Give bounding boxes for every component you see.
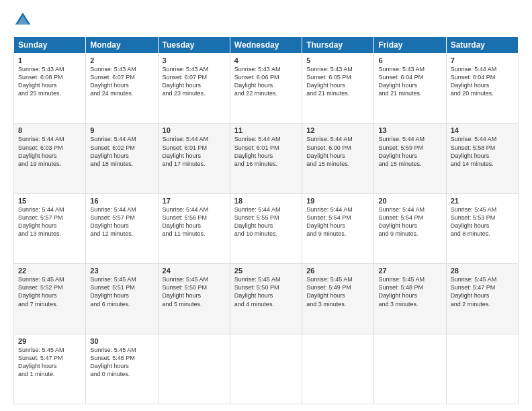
day-info: Sunrise: 5:43 AMSunset: 6:07 PMDaylight … [90, 65, 153, 98]
calendar-cell: 20Sunrise: 5:44 AMSunset: 5:54 PMDayligh… [374, 193, 446, 263]
day-number: 9 [90, 126, 153, 134]
day-info: Sunrise: 5:44 AMSunset: 6:03 PMDaylight … [18, 135, 81, 168]
calendar-cell: 18Sunrise: 5:44 AMSunset: 5:55 PMDayligh… [230, 193, 302, 263]
day-number: 4 [234, 56, 298, 64]
calendar-cell: 11Sunrise: 5:44 AMSunset: 6:01 PMDayligh… [230, 124, 302, 193]
day-info: Sunrise: 5:44 AMSunset: 6:01 PMDaylight … [234, 135, 298, 168]
day-info: Sunrise: 5:45 AMSunset: 5:47 PMDaylight … [451, 275, 514, 308]
calendar-cell: 25Sunrise: 5:45 AMSunset: 5:50 PMDayligh… [230, 264, 302, 334]
calendar-cell [158, 334, 230, 404]
calendar-cell: 4Sunrise: 5:43 AMSunset: 6:06 PMDaylight… [230, 54, 302, 124]
day-number: 12 [306, 126, 369, 134]
day-number: 28 [451, 267, 514, 275]
day-number: 14 [451, 126, 514, 134]
calendar-cell: 6Sunrise: 5:43 AMSunset: 6:04 PMDaylight… [374, 54, 446, 124]
day-info: Sunrise: 5:43 AMSunset: 6:04 PMDaylight … [378, 65, 441, 98]
day-number: 11 [234, 126, 298, 134]
weekday-header-cell: Saturday [446, 37, 518, 54]
day-info: Sunrise: 5:44 AMSunset: 5:55 PMDaylight … [234, 205, 298, 238]
day-info: Sunrise: 5:45 AMSunset: 5:47 PMDaylight … [18, 346, 81, 379]
day-info: Sunrise: 5:44 AMSunset: 6:02 PMDaylight … [90, 135, 153, 168]
calendar-cell: 26Sunrise: 5:45 AMSunset: 5:49 PMDayligh… [302, 264, 374, 334]
calendar-week-row: 8Sunrise: 5:44 AMSunset: 6:03 PMDaylight… [14, 124, 519, 193]
calendar-cell: 8Sunrise: 5:44 AMSunset: 6:03 PMDaylight… [14, 124, 86, 193]
calendar-cell: 9Sunrise: 5:44 AMSunset: 6:02 PMDaylight… [86, 124, 158, 193]
day-info: Sunrise: 5:43 AMSunset: 6:06 PMDaylight … [234, 65, 298, 98]
day-number: 7 [451, 56, 514, 64]
calendar-cell: 24Sunrise: 5:45 AMSunset: 5:50 PMDayligh… [158, 264, 230, 334]
day-info: Sunrise: 5:45 AMSunset: 5:48 PMDaylight … [378, 275, 441, 308]
calendar-cell: 16Sunrise: 5:44 AMSunset: 5:57 PMDayligh… [86, 193, 158, 263]
day-number: 19 [306, 197, 369, 205]
calendar-cell: 5Sunrise: 5:43 AMSunset: 6:05 PMDaylight… [302, 54, 374, 124]
day-info: Sunrise: 5:45 AMSunset: 5:49 PMDaylight … [306, 275, 369, 308]
day-info: Sunrise: 5:45 AMSunset: 5:50 PMDaylight … [234, 275, 298, 308]
page: SundayMondayTuesdayWednesdayThursdayFrid… [0, 0, 532, 411]
day-number: 29 [18, 337, 81, 345]
calendar-cell: 10Sunrise: 5:44 AMSunset: 6:01 PMDayligh… [158, 124, 230, 193]
day-number: 13 [378, 126, 441, 134]
day-number: 6 [378, 56, 441, 64]
calendar-body: 1Sunrise: 5:43 AMSunset: 6:08 PMDaylight… [14, 54, 519, 404]
day-number: 3 [163, 56, 226, 64]
day-number: 15 [18, 197, 81, 205]
calendar-cell: 19Sunrise: 5:44 AMSunset: 5:54 PMDayligh… [302, 193, 374, 263]
weekday-header-cell: Tuesday [158, 37, 230, 54]
calendar-cell: 1Sunrise: 5:43 AMSunset: 6:08 PMDaylight… [14, 54, 86, 124]
day-number: 17 [163, 197, 226, 205]
weekday-header-cell: Friday [374, 37, 446, 54]
header [13, 11, 519, 30]
calendar-cell: 14Sunrise: 5:44 AMSunset: 5:58 PMDayligh… [446, 124, 518, 193]
calendar-cell: 13Sunrise: 5:44 AMSunset: 5:59 PMDayligh… [374, 124, 446, 193]
day-number: 21 [451, 197, 514, 205]
calendar-week-row: 29Sunrise: 5:45 AMSunset: 5:47 PMDayligh… [14, 334, 519, 404]
day-number: 26 [306, 267, 369, 275]
day-info: Sunrise: 5:44 AMSunset: 6:04 PMDaylight … [451, 65, 514, 98]
day-number: 2 [90, 56, 153, 64]
calendar-cell: 29Sunrise: 5:45 AMSunset: 5:47 PMDayligh… [14, 334, 86, 404]
calendar-cell: 15Sunrise: 5:44 AMSunset: 5:57 PMDayligh… [14, 193, 86, 263]
calendar-cell: 22Sunrise: 5:45 AMSunset: 5:52 PMDayligh… [14, 264, 86, 334]
day-number: 1 [18, 56, 81, 64]
day-info: Sunrise: 5:44 AMSunset: 5:54 PMDaylight … [306, 205, 369, 238]
weekday-header-cell: Thursday [302, 37, 374, 54]
day-number: 24 [163, 267, 226, 275]
day-info: Sunrise: 5:44 AMSunset: 5:54 PMDaylight … [378, 205, 441, 238]
calendar-week-row: 15Sunrise: 5:44 AMSunset: 5:57 PMDayligh… [14, 193, 519, 263]
calendar-cell: 2Sunrise: 5:43 AMSunset: 6:07 PMDaylight… [86, 54, 158, 124]
calendar-week-row: 1Sunrise: 5:43 AMSunset: 6:08 PMDaylight… [14, 54, 519, 124]
calendar-cell: 30Sunrise: 5:45 AMSunset: 5:46 PMDayligh… [86, 334, 158, 404]
day-number: 8 [18, 126, 81, 134]
day-number: 10 [163, 126, 226, 134]
weekday-header-cell: Wednesday [230, 37, 302, 54]
calendar-cell: 3Sunrise: 5:43 AMSunset: 6:07 PMDaylight… [158, 54, 230, 124]
day-info: Sunrise: 5:44 AMSunset: 5:57 PMDaylight … [18, 205, 81, 238]
day-number: 20 [378, 197, 441, 205]
day-number: 22 [18, 267, 81, 275]
weekday-header-row: SundayMondayTuesdayWednesdayThursdayFrid… [14, 37, 519, 54]
calendar-cell: 12Sunrise: 5:44 AMSunset: 6:00 PMDayligh… [302, 124, 374, 193]
calendar-cell: 17Sunrise: 5:44 AMSunset: 5:56 PMDayligh… [158, 193, 230, 263]
day-info: Sunrise: 5:44 AMSunset: 5:56 PMDaylight … [163, 205, 226, 238]
day-info: Sunrise: 5:45 AMSunset: 5:52 PMDaylight … [18, 275, 81, 308]
calendar-cell: 7Sunrise: 5:44 AMSunset: 6:04 PMDaylight… [446, 54, 518, 124]
day-number: 25 [234, 267, 298, 275]
day-info: Sunrise: 5:45 AMSunset: 5:46 PMDaylight … [90, 346, 153, 379]
logo-icon [13, 11, 32, 30]
day-info: Sunrise: 5:43 AMSunset: 6:08 PMDaylight … [18, 65, 81, 98]
day-info: Sunrise: 5:44 AMSunset: 6:00 PMDaylight … [306, 135, 369, 168]
calendar-table: SundayMondayTuesdayWednesdayThursdayFrid… [13, 36, 519, 404]
calendar-cell: 23Sunrise: 5:45 AMSunset: 5:51 PMDayligh… [86, 264, 158, 334]
day-info: Sunrise: 5:45 AMSunset: 5:50 PMDaylight … [163, 275, 226, 308]
weekday-header-cell: Sunday [14, 37, 86, 54]
calendar-cell [446, 334, 518, 404]
calendar-cell [374, 334, 446, 404]
day-info: Sunrise: 5:44 AMSunset: 5:58 PMDaylight … [451, 135, 514, 168]
day-number: 23 [90, 267, 153, 275]
calendar-cell: 27Sunrise: 5:45 AMSunset: 5:48 PMDayligh… [374, 264, 446, 334]
day-number: 30 [90, 337, 153, 345]
day-info: Sunrise: 5:44 AMSunset: 5:57 PMDaylight … [90, 205, 153, 238]
day-number: 27 [378, 267, 441, 275]
day-info: Sunrise: 5:43 AMSunset: 6:07 PMDaylight … [163, 65, 226, 98]
day-number: 16 [90, 197, 153, 205]
